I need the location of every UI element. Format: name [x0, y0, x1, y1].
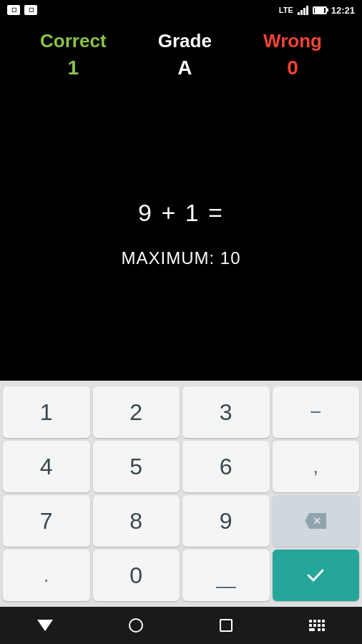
clock: 12:21 — [331, 5, 355, 16]
wrong-label: Wrong — [263, 30, 322, 52]
recents-icon — [220, 619, 233, 632]
correct-value: 1 — [68, 57, 79, 79]
backspace-icon: ✕ — [305, 513, 326, 529]
question-area: 9 + 1 = MAXIMUM: 10 — [0, 87, 362, 381]
nav-recents-button[interactable] — [208, 611, 244, 640]
key-dot[interactable]: . — [3, 550, 90, 601]
nav-back-button[interactable] — [27, 611, 63, 640]
key-backspace[interactable]: ✕ — [273, 495, 360, 547]
wrong-score: Wrong 0 — [263, 30, 322, 79]
backspace-x-icon: ✕ — [313, 515, 321, 527]
notification-icon-2: ☐ — [24, 5, 37, 15]
home-icon — [129, 618, 143, 633]
nav-home-button[interactable] — [118, 611, 154, 640]
battery-icon — [313, 6, 327, 14]
status-bar: ☐ ☐ LTE 12:21 — [0, 0, 362, 20]
key-1[interactable]: 1 — [3, 386, 90, 438]
lte-indicator: LTE — [279, 6, 293, 14]
keyboard-area: 1 2 3 − 4 5 6 , 7 8 9 ✕ . 0 — [0, 381, 362, 607]
key-9[interactable]: 9 — [182, 495, 270, 547]
status-icons-right: LTE 12:21 — [279, 5, 355, 16]
nav-keyboard-button[interactable] — [299, 611, 335, 640]
keyboard-icon — [309, 620, 325, 631]
key-0[interactable]: 0 — [93, 550, 180, 601]
key-underscore[interactable] — [182, 550, 270, 601]
key-6[interactable]: 6 — [182, 441, 270, 492]
key-minus[interactable]: − — [273, 386, 360, 438]
nav-bar — [0, 607, 362, 644]
status-icons-left: ☐ ☐ — [7, 5, 37, 15]
key-7[interactable]: 7 — [3, 495, 90, 547]
wrong-value: 0 — [287, 57, 298, 79]
equation-display: 9 + 1 = — [138, 199, 224, 227]
key-row-1: 1 2 3 − — [3, 386, 359, 438]
key-comma[interactable]: , — [273, 441, 360, 492]
grade-score: Grade A — [158, 30, 212, 79]
key-8[interactable]: 8 — [93, 495, 180, 547]
grade-value: A — [177, 57, 192, 79]
maximum-display: MAXIMUM: 10 — [121, 248, 240, 268]
key-5[interactable]: 5 — [93, 441, 180, 492]
correct-label: Correct — [40, 30, 106, 52]
key-row-4: . 0 — [3, 550, 359, 601]
key-3[interactable]: 3 — [182, 386, 270, 438]
key-row-2: 4 5 6 , — [3, 441, 359, 492]
grade-label: Grade — [158, 30, 212, 52]
notification-icon-1: ☐ — [7, 5, 20, 15]
checkmark-icon — [305, 565, 326, 585]
key-4[interactable]: 4 — [3, 441, 90, 492]
signal-icon — [298, 5, 308, 15]
key-row-3: 7 8 9 ✕ — [3, 495, 359, 547]
key-2[interactable]: 2 — [93, 386, 180, 438]
key-enter[interactable] — [273, 550, 360, 601]
correct-score: Correct 1 — [40, 30, 106, 79]
back-icon — [37, 620, 53, 631]
score-area: Correct 1 Grade A Wrong 0 — [0, 20, 362, 87]
